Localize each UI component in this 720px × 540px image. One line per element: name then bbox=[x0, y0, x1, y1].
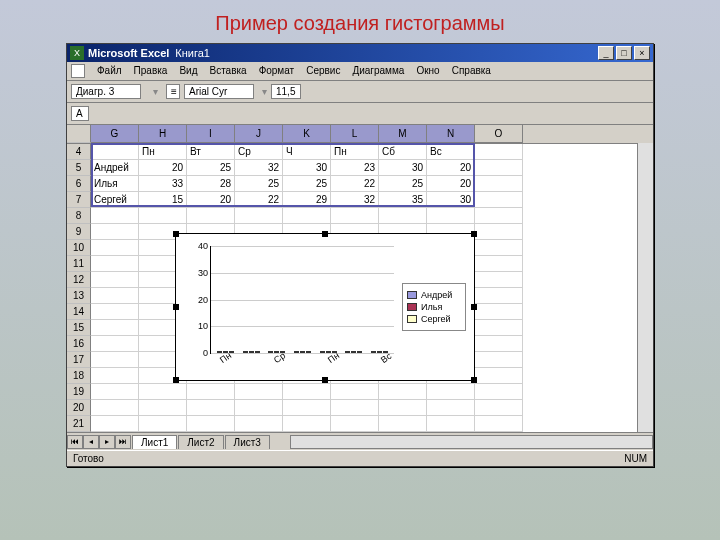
cell[interactable] bbox=[427, 384, 475, 400]
fx-cell[interactable]: A bbox=[71, 106, 89, 121]
sheet-tab-3[interactable]: Лист3 bbox=[225, 435, 270, 449]
cell[interactable]: Сб bbox=[379, 144, 427, 160]
cell[interactable] bbox=[475, 336, 523, 352]
cell[interactable] bbox=[139, 416, 187, 432]
row-header[interactable]: 6 bbox=[67, 176, 91, 192]
row-header[interactable]: 4 bbox=[67, 144, 91, 160]
cell[interactable] bbox=[475, 304, 523, 320]
row-header[interactable]: 8 bbox=[67, 208, 91, 224]
cell[interactable]: Пн bbox=[139, 144, 187, 160]
cell[interactable] bbox=[475, 160, 523, 176]
resize-handle[interactable] bbox=[173, 377, 179, 383]
tab-nav-last[interactable]: ⏭ bbox=[115, 435, 131, 449]
cell[interactable]: 25 bbox=[235, 176, 283, 192]
cell[interactable] bbox=[91, 208, 139, 224]
cell[interactable]: 20 bbox=[139, 160, 187, 176]
row-header[interactable]: 9 bbox=[67, 224, 91, 240]
cell[interactable]: Сергей bbox=[91, 192, 139, 208]
cell[interactable]: 22 bbox=[235, 192, 283, 208]
menu-edit[interactable]: Правка bbox=[128, 64, 174, 78]
cell[interactable]: 23 bbox=[331, 160, 379, 176]
col-header[interactable]: H bbox=[139, 125, 187, 143]
cell[interactable] bbox=[475, 416, 523, 432]
cell[interactable] bbox=[475, 208, 523, 224]
cell[interactable]: 20 bbox=[427, 176, 475, 192]
cell[interactable]: 30 bbox=[283, 160, 331, 176]
cell[interactable]: 20 bbox=[427, 160, 475, 176]
cell[interactable] bbox=[91, 144, 139, 160]
cell[interactable] bbox=[379, 400, 427, 416]
cell[interactable] bbox=[283, 208, 331, 224]
cell[interactable] bbox=[475, 352, 523, 368]
cell[interactable] bbox=[91, 304, 139, 320]
cell[interactable] bbox=[139, 384, 187, 400]
cell[interactable] bbox=[139, 208, 187, 224]
resize-handle[interactable] bbox=[173, 231, 179, 237]
col-header[interactable]: G bbox=[91, 125, 139, 143]
cell[interactable] bbox=[187, 400, 235, 416]
cell[interactable] bbox=[427, 400, 475, 416]
cell[interactable] bbox=[91, 352, 139, 368]
cell[interactable] bbox=[475, 368, 523, 384]
row-header[interactable]: 7 bbox=[67, 192, 91, 208]
col-header[interactable]: L bbox=[331, 125, 379, 143]
cell[interactable]: 30 bbox=[427, 192, 475, 208]
row-header[interactable]: 13 bbox=[67, 288, 91, 304]
menu-window[interactable]: Окно bbox=[410, 64, 445, 78]
cell[interactable]: 20 bbox=[187, 192, 235, 208]
row-header[interactable]: 21 bbox=[67, 416, 91, 432]
cell[interactable] bbox=[187, 416, 235, 432]
cell[interactable] bbox=[475, 272, 523, 288]
cell[interactable] bbox=[475, 240, 523, 256]
row-header[interactable]: 11 bbox=[67, 256, 91, 272]
col-header[interactable]: N bbox=[427, 125, 475, 143]
cell[interactable]: 29 bbox=[283, 192, 331, 208]
cell[interactable]: Вс bbox=[427, 144, 475, 160]
maximize-button[interactable]: □ bbox=[616, 46, 632, 60]
row-header[interactable]: 19 bbox=[67, 384, 91, 400]
chart-object[interactable]: 010203040ПнСрПнВсАндрейИльяСергей bbox=[175, 233, 475, 381]
resize-handle[interactable] bbox=[322, 377, 328, 383]
cell[interactable] bbox=[139, 400, 187, 416]
cell[interactable] bbox=[91, 336, 139, 352]
resize-handle[interactable] bbox=[173, 304, 179, 310]
cell[interactable] bbox=[235, 400, 283, 416]
cell[interactable] bbox=[379, 384, 427, 400]
cell[interactable]: 25 bbox=[379, 176, 427, 192]
sheet-tab-1[interactable]: Лист1 bbox=[132, 435, 177, 449]
font-selector[interactable]: Arial Cyr bbox=[184, 84, 254, 99]
cell[interactable] bbox=[91, 288, 139, 304]
row-header[interactable]: 15 bbox=[67, 320, 91, 336]
cell[interactable] bbox=[91, 240, 139, 256]
row-header[interactable]: 12 bbox=[67, 272, 91, 288]
sheet-tab-2[interactable]: Лист2 bbox=[178, 435, 223, 449]
cell[interactable] bbox=[91, 320, 139, 336]
cell[interactable] bbox=[475, 320, 523, 336]
cell[interactable]: Илья bbox=[91, 176, 139, 192]
cell[interactable] bbox=[283, 384, 331, 400]
tab-nav-next[interactable]: ▸ bbox=[99, 435, 115, 449]
resize-handle[interactable] bbox=[322, 231, 328, 237]
cell[interactable] bbox=[475, 256, 523, 272]
cell[interactable] bbox=[331, 384, 379, 400]
cell[interactable] bbox=[379, 416, 427, 432]
cell[interactable] bbox=[475, 224, 523, 240]
col-header[interactable]: I bbox=[187, 125, 235, 143]
row-header[interactable]: 5 bbox=[67, 160, 91, 176]
row-header[interactable]: 14 bbox=[67, 304, 91, 320]
cell[interactable] bbox=[187, 208, 235, 224]
menu-view[interactable]: Вид bbox=[173, 64, 203, 78]
cell[interactable] bbox=[283, 416, 331, 432]
font-size[interactable]: 11,5 bbox=[271, 84, 301, 99]
row-header[interactable]: 16 bbox=[67, 336, 91, 352]
cell[interactable] bbox=[379, 208, 427, 224]
col-header[interactable]: O bbox=[475, 125, 523, 143]
cell[interactable] bbox=[427, 208, 475, 224]
menu-insert[interactable]: Вставка bbox=[203, 64, 252, 78]
tab-nav-first[interactable]: ⏮ bbox=[67, 435, 83, 449]
cell[interactable] bbox=[331, 208, 379, 224]
row-header[interactable]: 17 bbox=[67, 352, 91, 368]
cell[interactable] bbox=[91, 272, 139, 288]
resize-handle[interactable] bbox=[471, 304, 477, 310]
cell[interactable] bbox=[475, 400, 523, 416]
